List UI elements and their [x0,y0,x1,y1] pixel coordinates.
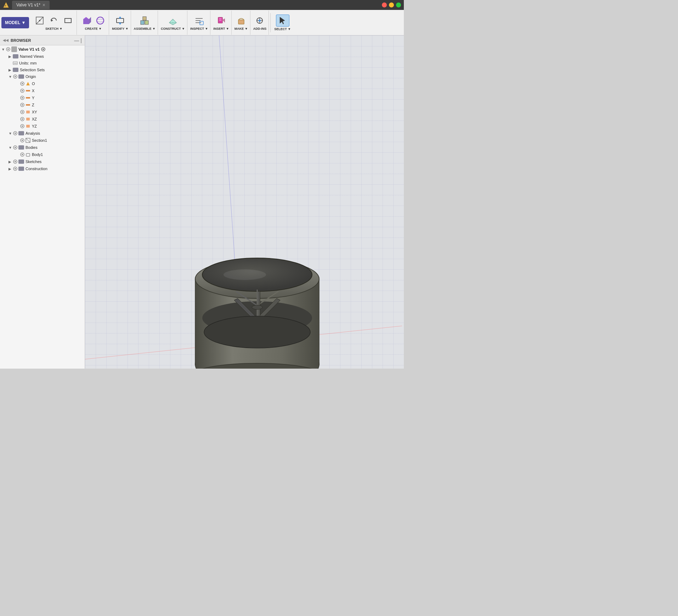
tree-item-axis-y[interactable]: ▶ Y [0,94,85,101]
sketch-rect-icon [63,16,73,26]
window-min-btn[interactable] [389,2,394,7]
tree-item-origin[interactable]: ▼ Origin [0,73,85,80]
tree-item-axis-z[interactable]: ▶ Z [0,101,85,108]
construct-btn[interactable] [166,15,179,26]
tree-item-plane-yz[interactable]: ▶ YZ [0,123,85,130]
visibility-eye-xz[interactable] [20,117,25,122]
browser-header: ◀◀ BROWSER — | [0,35,85,45]
create-btn[interactable] [80,15,92,26]
tree-item-construction[interactable]: ▶ Construction [0,165,85,172]
visibility-eye-y[interactable] [20,95,25,100]
expand-arrow-origin[interactable]: ▼ [9,75,13,79]
units-icon: mm [13,61,18,66]
make-label[interactable]: MAKE ▼ [235,27,248,30]
expand-arrow-sketches[interactable]: ▶ [9,160,13,164]
modify-label[interactable]: MODIFY ▼ [112,27,128,30]
addins-btn[interactable] [253,15,266,26]
assemble-label[interactable]: ASSEMBLE ▼ [134,27,156,30]
inspect-label[interactable]: INSPECT ▼ [190,27,208,30]
browser-collapse-icon[interactable]: ◀◀ [3,38,9,42]
insert-btn[interactable] [215,15,228,26]
visibility-eye-x[interactable] [20,88,25,93]
tree-item-section1[interactable]: ▶ Section1 [0,137,85,144]
construct-label[interactable]: CONSTRUCT ▼ [161,27,185,30]
addins-label[interactable]: ADD-INS [253,27,267,30]
expand-arrow-analysis[interactable]: ▼ [9,131,13,135]
expand-arrow-selection-sets[interactable]: ▶ [9,68,13,72]
window-controls [382,2,401,7]
visibility-eye-section1[interactable] [20,138,25,143]
expand-arrow-named-views[interactable]: ▶ [9,55,13,58]
assemble-btn[interactable] [138,15,151,26]
origin-o-label: O [32,82,35,86]
browser-pin-icon[interactable]: — [74,38,79,43]
expand-arrow-root[interactable]: ▼ [1,47,6,51]
visibility-eye-origin[interactable] [13,74,18,79]
visibility-eye-yz[interactable] [20,124,25,129]
tree-item-body1[interactable]: ▶ Body1 [0,151,85,158]
svg-rect-48 [26,90,30,91]
viewport[interactable] [85,35,404,369]
select-btn[interactable] [276,15,289,27]
tree-item-plane-xz[interactable]: ▶ XZ [0,116,85,123]
visibility-eye-sketches[interactable] [13,159,18,164]
tree-item-sketches[interactable]: ▶ Sketches [0,158,85,165]
window-max-btn[interactable] [396,2,401,7]
svg-line-69 [26,138,30,142]
sketch-btn[interactable] [33,15,46,26]
tree-item-selection-sets[interactable]: ▶ Selection Sets [0,67,85,73]
expand-arrow-construction[interactable]: ▶ [9,167,13,171]
inspect-btn[interactable] [193,15,205,26]
tree-item-axis-x[interactable]: ▶ X [0,87,85,94]
browser-controls: — | [74,38,82,43]
insert-label[interactable]: INSERT ▼ [213,27,229,30]
origin-label: Origin [26,74,36,79]
tree-item-named-views[interactable]: ▶ Named Views [0,53,85,60]
visibility-eye-body1[interactable] [20,152,25,157]
visibility-eye-z[interactable] [20,102,25,107]
insert-icons [215,15,228,26]
browser-vertical-icon[interactable]: | [80,38,82,43]
svg-rect-6 [65,18,71,23]
tree-item-bodies[interactable]: ▼ Bodies [0,144,85,151]
modify-icons [114,15,126,26]
sketch-label[interactable]: SKETCH ▼ [45,27,62,30]
tree-item-analysis[interactable]: ▼ Analysis [0,130,85,137]
make-btn[interactable] [235,15,248,26]
select-label[interactable]: SELECT ▼ [274,27,291,31]
document-tab[interactable]: Valve V1 v1* × [12,1,50,9]
plane-yz-label: YZ [32,124,37,128]
modify-btn[interactable] [114,15,126,26]
tree-item-origin-o[interactable]: ▶ O [0,80,85,87]
svg-point-91 [252,305,262,309]
folder-icon-analysis [18,131,24,135]
visibility-eye-construction[interactable] [13,166,18,171]
undo-btn[interactable] [47,15,60,26]
section-icon [26,138,30,143]
visibility-eye-xy[interactable] [20,110,25,114]
axis-z-label: Z [32,103,34,107]
sketch-icons [33,15,74,26]
folder-icon-origin [18,74,24,79]
toolbar-group-make: MAKE ▼ [232,11,250,35]
svg-text:mm: mm [14,62,17,64]
svg-rect-24 [200,21,203,25]
expand-arrow-bodies[interactable]: ▼ [9,146,13,150]
visibility-eye-o[interactable] [20,81,25,86]
tree-item-root[interactable]: ▼ Valve V1 v1 [0,45,85,53]
model-dropdown[interactable]: MODEL ▼ [1,17,29,28]
svg-point-42 [15,76,16,77]
create-sphere-btn[interactable] [94,15,107,26]
window-close-btn[interactable] [382,2,387,7]
svg-point-53 [22,104,23,106]
visibility-eye-analysis[interactable] [13,131,18,136]
create-label[interactable]: CREATE ▼ [85,27,102,30]
visibility-eye-root[interactable] [6,47,11,52]
tab-close-icon[interactable]: × [43,2,45,8]
sketch-rect-btn[interactable] [62,15,74,26]
tree-item-units[interactable]: ▶ mm Units: mm [0,60,85,67]
visibility-eye-bodies[interactable] [13,145,18,150]
svg-point-50 [22,97,23,99]
named-views-label: Named Views [20,54,44,58]
tree-item-plane-xy[interactable]: ▶ XY [0,108,85,116]
